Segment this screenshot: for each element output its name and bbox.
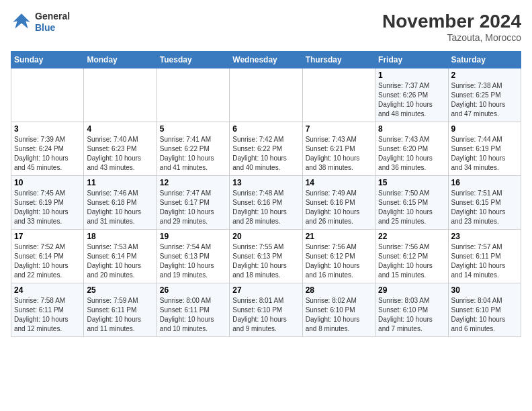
day-number: 11 — [87, 178, 153, 187]
day-number: 7 — [306, 124, 372, 134]
calendar-cell: 19Sunrise: 7:54 AM Sunset: 6:13 PM Dayli… — [157, 230, 229, 283]
calendar-table: SundayMondayTuesdayWednesdayThursdayFrid… — [11, 51, 521, 337]
weekday-header: Sunday — [11, 52, 84, 68]
logo-blue: Blue — [35, 22, 70, 34]
calendar-cell — [84, 68, 157, 122]
day-number: 30 — [451, 285, 518, 295]
day-number: 21 — [306, 232, 372, 241]
day-info: Sunrise: 7:51 AM Sunset: 6:15 PM Dayligh… — [451, 189, 518, 226]
calendar-cell: 18Sunrise: 7:53 AM Sunset: 6:14 PM Dayli… — [84, 230, 157, 283]
logo-general: General — [35, 11, 70, 22]
day-info: Sunrise: 7:39 AM Sunset: 6:24 PM Dayligh… — [14, 135, 81, 173]
day-number: 4 — [87, 124, 153, 134]
day-info: Sunrise: 8:02 AM Sunset: 6:10 PM Dayligh… — [306, 296, 372, 334]
calendar-cell: 16Sunrise: 7:51 AM Sunset: 6:15 PM Dayli… — [448, 176, 521, 230]
day-number: 6 — [232, 124, 299, 134]
calendar-cell: 7Sunrise: 7:43 AM Sunset: 6:21 PM Daylig… — [302, 122, 375, 176]
calendar-week-row: 3Sunrise: 7:39 AM Sunset: 6:24 PM Daylig… — [11, 122, 521, 176]
day-info: Sunrise: 8:01 AM Sunset: 6:10 PM Dayligh… — [232, 296, 299, 334]
calendar-cell — [302, 68, 375, 122]
calendar-cell: 14Sunrise: 7:49 AM Sunset: 6:16 PM Dayli… — [302, 176, 375, 230]
day-info: Sunrise: 7:40 AM Sunset: 6:23 PM Dayligh… — [87, 135, 153, 173]
calendar-cell: 5Sunrise: 7:41 AM Sunset: 6:22 PM Daylig… — [157, 122, 229, 176]
logo: General Blue — [11, 11, 70, 34]
day-number: 16 — [451, 178, 518, 187]
calendar-cell: 11Sunrise: 7:46 AM Sunset: 6:18 PM Dayli… — [84, 176, 157, 230]
day-number: 12 — [160, 178, 226, 187]
calendar-week-row: 24Sunrise: 7:58 AM Sunset: 6:11 PM Dayli… — [11, 283, 521, 337]
day-info: Sunrise: 7:50 AM Sunset: 6:15 PM Dayligh… — [378, 189, 445, 226]
day-info: Sunrise: 7:55 AM Sunset: 6:13 PM Dayligh… — [232, 242, 299, 280]
day-info: Sunrise: 7:43 AM Sunset: 6:20 PM Dayligh… — [378, 135, 445, 173]
calendar-cell — [11, 68, 84, 122]
day-info: Sunrise: 7:43 AM Sunset: 6:21 PM Dayligh… — [306, 135, 372, 173]
weekday-header: Tuesday — [157, 52, 229, 68]
calendar-cell: 1Sunrise: 7:37 AM Sunset: 6:26 PM Daylig… — [375, 68, 448, 122]
day-info: Sunrise: 7:44 AM Sunset: 6:19 PM Dayligh… — [451, 135, 518, 173]
calendar-cell: 20Sunrise: 7:55 AM Sunset: 6:13 PM Dayli… — [230, 230, 302, 283]
calendar-cell: 22Sunrise: 7:56 AM Sunset: 6:12 PM Dayli… — [375, 230, 448, 283]
day-number: 1 — [378, 71, 445, 80]
calendar-cell: 27Sunrise: 8:01 AM Sunset: 6:10 PM Dayli… — [230, 283, 302, 337]
day-info: Sunrise: 7:38 AM Sunset: 6:25 PM Dayligh… — [451, 81, 518, 119]
calendar-cell: 8Sunrise: 7:43 AM Sunset: 6:20 PM Daylig… — [375, 122, 448, 176]
day-number: 15 — [378, 178, 445, 187]
calendar-cell — [230, 68, 302, 122]
calendar-cell: 29Sunrise: 8:03 AM Sunset: 6:10 PM Dayli… — [375, 283, 448, 337]
calendar-cell: 4Sunrise: 7:40 AM Sunset: 6:23 PM Daylig… — [84, 122, 157, 176]
calendar-week-row: 10Sunrise: 7:45 AM Sunset: 6:19 PM Dayli… — [11, 176, 521, 230]
day-number: 9 — [451, 124, 518, 134]
day-number: 29 — [378, 285, 445, 295]
calendar-cell: 28Sunrise: 8:02 AM Sunset: 6:10 PM Dayli… — [302, 283, 375, 337]
calendar-cell: 25Sunrise: 7:59 AM Sunset: 6:11 PM Dayli… — [84, 283, 157, 337]
day-number: 24 — [14, 285, 81, 295]
day-number: 27 — [232, 285, 299, 295]
day-number: 5 — [160, 124, 226, 134]
day-number: 28 — [306, 285, 372, 295]
calendar-cell: 10Sunrise: 7:45 AM Sunset: 6:19 PM Dayli… — [11, 176, 84, 230]
svg-marker-0 — [13, 13, 30, 28]
title-block: November 2024 Tazouta, Morocco — [382, 11, 521, 43]
weekday-header: Friday — [375, 52, 448, 68]
calendar-cell: 12Sunrise: 7:47 AM Sunset: 6:17 PM Dayli… — [157, 176, 229, 230]
day-info: Sunrise: 7:52 AM Sunset: 6:14 PM Dayligh… — [14, 242, 81, 280]
weekday-header: Wednesday — [230, 52, 302, 68]
calendar-cell: 6Sunrise: 7:42 AM Sunset: 6:22 PM Daylig… — [230, 122, 302, 176]
day-info: Sunrise: 8:00 AM Sunset: 6:11 PM Dayligh… — [160, 296, 226, 334]
day-number: 14 — [306, 178, 372, 187]
day-info: Sunrise: 7:58 AM Sunset: 6:11 PM Dayligh… — [14, 296, 81, 334]
weekday-header: Monday — [84, 52, 157, 68]
weekday-header: Saturday — [448, 52, 521, 68]
day-number: 17 — [14, 232, 81, 241]
calendar-week-row: 17Sunrise: 7:52 AM Sunset: 6:14 PM Dayli… — [11, 230, 521, 283]
calendar-cell: 15Sunrise: 7:50 AM Sunset: 6:15 PM Dayli… — [375, 176, 448, 230]
day-number: 10 — [14, 178, 81, 187]
day-info: Sunrise: 7:54 AM Sunset: 6:13 PM Dayligh… — [160, 242, 226, 280]
page-header: General Blue November 2024 Tazouta, Moro… — [11, 11, 521, 43]
day-number: 25 — [87, 285, 153, 295]
day-info: Sunrise: 7:46 AM Sunset: 6:18 PM Dayligh… — [87, 189, 153, 226]
calendar-cell: 2Sunrise: 7:38 AM Sunset: 6:25 PM Daylig… — [448, 68, 521, 122]
day-info: Sunrise: 7:53 AM Sunset: 6:14 PM Dayligh… — [87, 242, 153, 280]
weekday-header: Thursday — [302, 52, 375, 68]
calendar-cell — [157, 68, 229, 122]
calendar-cell: 3Sunrise: 7:39 AM Sunset: 6:24 PM Daylig… — [11, 122, 84, 176]
day-number: 3 — [14, 124, 81, 134]
calendar-cell: 17Sunrise: 7:52 AM Sunset: 6:14 PM Dayli… — [11, 230, 84, 283]
day-info: Sunrise: 7:57 AM Sunset: 6:11 PM Dayligh… — [451, 242, 518, 280]
calendar-cell: 23Sunrise: 7:57 AM Sunset: 6:11 PM Dayli… — [448, 230, 521, 283]
day-info: Sunrise: 7:41 AM Sunset: 6:22 PM Dayligh… — [160, 135, 226, 173]
day-number: 2 — [451, 71, 518, 80]
calendar-cell: 13Sunrise: 7:48 AM Sunset: 6:16 PM Dayli… — [230, 176, 302, 230]
day-number: 20 — [232, 232, 299, 241]
location: Tazouta, Morocco — [382, 32, 521, 43]
month-title: November 2024 — [382, 11, 521, 32]
day-number: 8 — [378, 124, 445, 134]
calendar-week-row: 1Sunrise: 7:37 AM Sunset: 6:26 PM Daylig… — [11, 68, 521, 122]
day-number: 22 — [378, 232, 445, 241]
calendar-cell: 26Sunrise: 8:00 AM Sunset: 6:11 PM Dayli… — [157, 283, 229, 337]
day-number: 18 — [87, 232, 153, 241]
day-number: 26 — [160, 285, 226, 295]
day-info: Sunrise: 7:56 AM Sunset: 6:12 PM Dayligh… — [306, 242, 372, 280]
day-number: 23 — [451, 232, 518, 241]
